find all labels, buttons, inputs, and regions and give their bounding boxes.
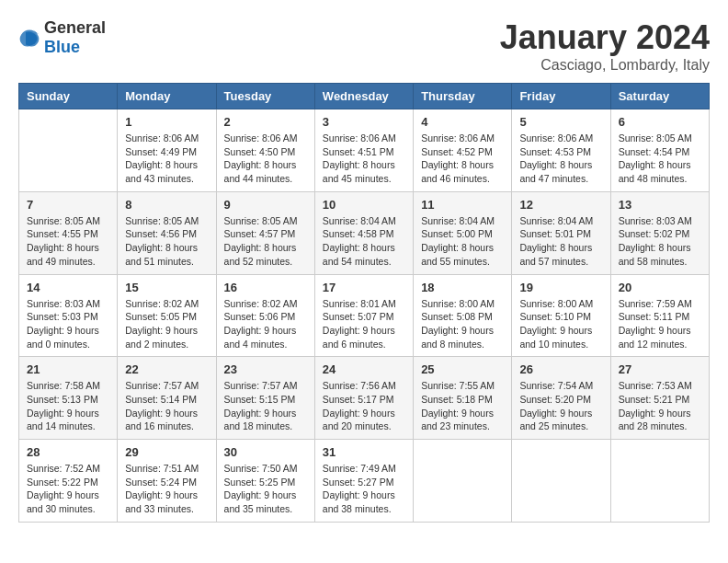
calendar-table: SundayMondayTuesdayWednesdayThursdayFrid… — [18, 83, 710, 523]
calendar-cell: 13Sunrise: 8:03 AMSunset: 5:02 PMDayligh… — [610, 191, 709, 274]
day-number: 7 — [27, 198, 109, 212]
calendar-cell: 21Sunrise: 7:58 AMSunset: 5:13 PMDayligh… — [19, 357, 118, 440]
calendar-cell: 8Sunrise: 8:05 AMSunset: 4:56 PMDaylight… — [118, 191, 216, 274]
calendar-day-header: Wednesday — [314, 84, 413, 109]
day-number: 20 — [619, 281, 701, 294]
calendar-cell: 1Sunrise: 8:06 AMSunset: 4:49 PMDaylight… — [118, 109, 216, 192]
calendar-cell: 7Sunrise: 8:05 AMSunset: 4:55 PMDaylight… — [19, 191, 118, 274]
day-info: Sunrise: 8:06 AMSunset: 4:50 PMDaylight:… — [224, 132, 307, 186]
day-info: Sunrise: 8:05 AMSunset: 4:57 PMDaylight:… — [224, 214, 307, 269]
calendar-cell: 27Sunrise: 7:53 AMSunset: 5:21 PMDayligh… — [610, 357, 709, 440]
calendar-cell: 29Sunrise: 7:51 AMSunset: 5:24 PMDayligh… — [118, 440, 216, 523]
day-info: Sunrise: 8:00 AMSunset: 5:10 PMDaylight:… — [519, 297, 602, 351]
day-info: Sunrise: 8:05 AMSunset: 4:55 PMDaylight:… — [27, 214, 109, 269]
calendar-cell — [414, 440, 512, 523]
calendar-cell: 28Sunrise: 7:52 AMSunset: 5:22 PMDayligh… — [19, 440, 118, 523]
day-info: Sunrise: 8:05 AMSunset: 4:54 PMDaylight:… — [619, 132, 701, 186]
calendar-week-row: 7Sunrise: 8:05 AMSunset: 4:55 PMDaylight… — [19, 191, 710, 274]
calendar-day-header: Saturday — [610, 84, 709, 109]
calendar-cell: 22Sunrise: 7:57 AMSunset: 5:14 PMDayligh… — [118, 357, 216, 440]
calendar-cell: 24Sunrise: 7:56 AMSunset: 5:17 PMDayligh… — [314, 357, 413, 440]
day-number: 13 — [619, 198, 701, 212]
day-info: Sunrise: 8:06 AMSunset: 4:51 PMDaylight:… — [323, 132, 405, 186]
day-number: 24 — [323, 362, 405, 376]
day-info: Sunrise: 7:56 AMSunset: 5:17 PMDaylight:… — [323, 379, 405, 433]
day-info: Sunrise: 7:57 AMSunset: 5:15 PMDaylight:… — [224, 379, 307, 433]
day-number: 10 — [323, 198, 405, 212]
calendar-cell — [19, 109, 118, 192]
calendar-cell: 3Sunrise: 8:06 AMSunset: 4:51 PMDaylight… — [314, 109, 413, 192]
day-info: Sunrise: 8:03 AMSunset: 5:02 PMDaylight:… — [619, 214, 701, 269]
month-title: January 2024 — [500, 18, 710, 57]
day-info: Sunrise: 7:51 AMSunset: 5:24 PMDaylight:… — [125, 462, 208, 516]
day-number: 8 — [125, 198, 208, 212]
day-number: 14 — [27, 281, 109, 294]
day-number: 26 — [519, 362, 602, 376]
calendar-week-row: 14Sunrise: 8:03 AMSunset: 5:03 PMDayligh… — [19, 274, 710, 357]
calendar-cell: 11Sunrise: 8:04 AMSunset: 5:00 PMDayligh… — [414, 191, 512, 274]
calendar-week-row: 28Sunrise: 7:52 AMSunset: 5:22 PMDayligh… — [19, 440, 710, 523]
calendar-cell: 12Sunrise: 8:04 AMSunset: 5:01 PMDayligh… — [512, 191, 610, 274]
day-info: Sunrise: 7:49 AMSunset: 5:27 PMDaylight:… — [323, 462, 405, 516]
calendar-cell: 5Sunrise: 8:06 AMSunset: 4:53 PMDaylight… — [512, 109, 610, 192]
title-area: January 2024 Casciago, Lombardy, Italy — [500, 18, 710, 74]
calendar-cell: 20Sunrise: 7:59 AMSunset: 5:11 PMDayligh… — [610, 274, 709, 357]
day-number: 15 — [125, 281, 208, 294]
day-number: 17 — [323, 281, 405, 294]
day-info: Sunrise: 8:06 AMSunset: 4:53 PMDaylight:… — [519, 132, 602, 186]
calendar-day-header: Thursday — [414, 84, 512, 109]
day-number: 27 — [619, 362, 701, 376]
day-info: Sunrise: 7:57 AMSunset: 5:14 PMDaylight:… — [125, 379, 208, 433]
day-number: 11 — [421, 198, 504, 212]
logo-icon — [18, 29, 40, 47]
day-number: 4 — [421, 115, 504, 129]
calendar-day-header: Friday — [512, 84, 610, 109]
calendar-body: 1Sunrise: 8:06 AMSunset: 4:49 PMDaylight… — [19, 109, 710, 523]
day-number: 23 — [224, 362, 307, 376]
calendar-day-header: Sunday — [19, 84, 118, 109]
day-info: Sunrise: 8:00 AMSunset: 5:08 PMDaylight:… — [421, 297, 504, 351]
day-number: 5 — [519, 115, 602, 129]
calendar-cell: 16Sunrise: 8:02 AMSunset: 5:06 PMDayligh… — [216, 274, 314, 357]
calendar-cell: 19Sunrise: 8:00 AMSunset: 5:10 PMDayligh… — [512, 274, 610, 357]
calendar-cell: 26Sunrise: 7:54 AMSunset: 5:20 PMDayligh… — [512, 357, 610, 440]
day-info: Sunrise: 7:58 AMSunset: 5:13 PMDaylight:… — [27, 379, 109, 433]
calendar-cell: 23Sunrise: 7:57 AMSunset: 5:15 PMDayligh… — [216, 357, 314, 440]
calendar-cell: 15Sunrise: 8:02 AMSunset: 5:05 PMDayligh… — [118, 274, 216, 357]
day-number: 18 — [421, 281, 504, 294]
calendar-day-header: Monday — [118, 84, 216, 109]
location-title: Casciago, Lombardy, Italy — [500, 57, 710, 74]
calendar-cell: 30Sunrise: 7:50 AMSunset: 5:25 PMDayligh… — [216, 440, 314, 523]
day-info: Sunrise: 8:06 AMSunset: 4:52 PMDaylight:… — [421, 132, 504, 186]
day-info: Sunrise: 8:04 AMSunset: 5:01 PMDaylight:… — [519, 214, 602, 269]
day-number: 16 — [224, 281, 307, 294]
calendar-week-row: 1Sunrise: 8:06 AMSunset: 4:49 PMDaylight… — [19, 109, 710, 192]
logo-text: General Blue — [44, 18, 106, 57]
calendar-cell: 10Sunrise: 8:04 AMSunset: 4:58 PMDayligh… — [314, 191, 413, 274]
day-info: Sunrise: 8:01 AMSunset: 5:07 PMDaylight:… — [323, 297, 405, 351]
calendar-cell — [512, 440, 610, 523]
day-info: Sunrise: 8:04 AMSunset: 4:58 PMDaylight:… — [323, 214, 405, 269]
day-number: 2 — [224, 115, 307, 129]
calendar-cell: 31Sunrise: 7:49 AMSunset: 5:27 PMDayligh… — [314, 440, 413, 523]
day-number: 12 — [519, 198, 602, 212]
day-info: Sunrise: 8:02 AMSunset: 5:05 PMDaylight:… — [125, 297, 208, 351]
day-info: Sunrise: 7:59 AMSunset: 5:11 PMDaylight:… — [619, 297, 701, 351]
calendar-cell: 2Sunrise: 8:06 AMSunset: 4:50 PMDaylight… — [216, 109, 314, 192]
day-number: 28 — [27, 445, 109, 459]
day-number: 25 — [421, 362, 504, 376]
day-number: 22 — [125, 362, 208, 376]
calendar-cell: 9Sunrise: 8:05 AMSunset: 4:57 PMDaylight… — [216, 191, 314, 274]
day-info: Sunrise: 8:03 AMSunset: 5:03 PMDaylight:… — [27, 297, 109, 351]
calendar-cell: 4Sunrise: 8:06 AMSunset: 4:52 PMDaylight… — [414, 109, 512, 192]
calendar-cell: 14Sunrise: 8:03 AMSunset: 5:03 PMDayligh… — [19, 274, 118, 357]
day-info: Sunrise: 7:52 AMSunset: 5:22 PMDaylight:… — [27, 462, 109, 516]
calendar-cell: 6Sunrise: 8:05 AMSunset: 4:54 PMDaylight… — [610, 109, 709, 192]
day-number: 21 — [27, 362, 109, 376]
day-number: 30 — [224, 445, 307, 459]
day-info: Sunrise: 7:54 AMSunset: 5:20 PMDaylight:… — [519, 379, 602, 433]
calendar-cell — [610, 440, 709, 523]
day-info: Sunrise: 7:53 AMSunset: 5:21 PMDaylight:… — [619, 379, 701, 433]
calendar-cell: 18Sunrise: 8:00 AMSunset: 5:08 PMDayligh… — [414, 274, 512, 357]
day-number: 29 — [125, 445, 208, 459]
